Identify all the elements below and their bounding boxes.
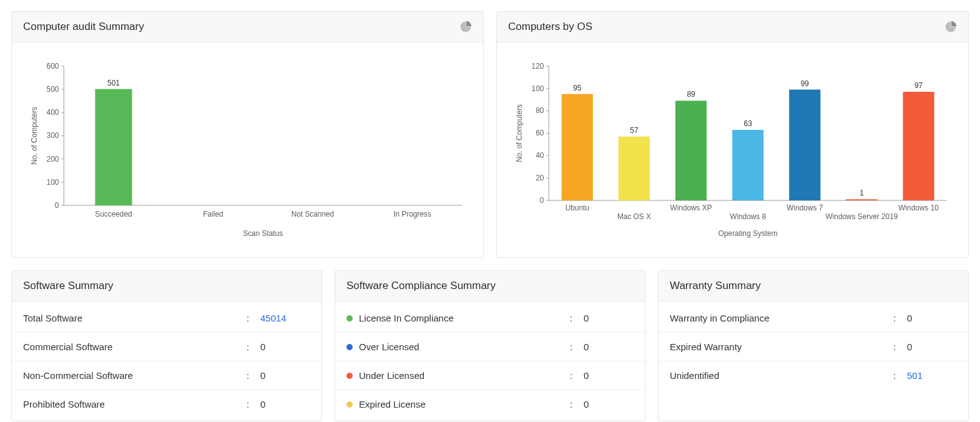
- summary-value: 0: [584, 313, 634, 323]
- summary-row: Non-Commercial Software:0: [12, 361, 321, 390]
- svg-text:300: 300: [47, 131, 59, 140]
- colon: :: [247, 370, 260, 381]
- colon: :: [570, 313, 584, 323]
- summary-label: Expired License: [346, 399, 570, 410]
- summary-row: Expired Warranty:0: [659, 333, 968, 361]
- summaries-row: Software Summary Total Software:45014Com…: [11, 270, 969, 421]
- summary-row: Expired License:0: [335, 390, 645, 418]
- summary-list: Warranty in Compliance:0Expired Warranty…: [659, 302, 968, 392]
- svg-rect-45: [619, 137, 650, 200]
- panel-title: Warranty Summary: [670, 280, 761, 292]
- summary-value: 0: [907, 313, 957, 323]
- svg-rect-60: [903, 92, 934, 200]
- svg-text:120: 120: [532, 62, 544, 71]
- svg-text:97: 97: [914, 81, 923, 90]
- colon: :: [893, 341, 907, 352]
- svg-text:200: 200: [47, 155, 59, 164]
- svg-text:89: 89: [687, 90, 695, 99]
- svg-text:99: 99: [801, 79, 810, 88]
- svg-text:Operating System: Operating System: [718, 229, 778, 238]
- svg-text:100: 100: [532, 84, 544, 93]
- panel-header: Computer audit Summary: [12, 12, 483, 42]
- svg-rect-18: [95, 89, 132, 205]
- panel-title: Computers by OS: [508, 21, 592, 33]
- status-dot-icon: [346, 344, 353, 350]
- svg-text:Not Scanned: Not Scanned: [292, 210, 334, 218]
- summary-list: License In Compliance:0Over Licensed:0Un…: [335, 302, 645, 421]
- colon: :: [570, 370, 584, 381]
- colon: :: [247, 341, 260, 352]
- summary-row: Commercial Software:0: [12, 333, 321, 361]
- svg-text:95: 95: [573, 84, 582, 92]
- svg-rect-54: [789, 89, 820, 200]
- svg-text:80: 80: [536, 106, 544, 115]
- svg-text:Succeeded: Succeeded: [95, 210, 132, 218]
- colon: :: [893, 370, 907, 381]
- audit-summary-panel: Computer audit Summary 01002003004005006…: [11, 11, 484, 258]
- pie-chart-icon[interactable]: [944, 21, 957, 33]
- summary-value: 0: [584, 370, 634, 381]
- summary-row: Warranty in Compliance:0: [659, 304, 968, 333]
- svg-text:Ubuntu: Ubuntu: [566, 204, 589, 212]
- svg-text:Windows 8: Windows 8: [730, 212, 766, 221]
- summary-row: License In Compliance:0: [335, 304, 645, 333]
- compliance-summary-panel: Software Compliance Summary License In C…: [335, 270, 645, 421]
- audit-bar-chart: 0100200300400500600No. of ComputersScan …: [26, 55, 469, 240]
- panel-title: Software Compliance Summary: [346, 280, 496, 292]
- colon: :: [247, 313, 260, 323]
- svg-text:100: 100: [47, 178, 59, 187]
- summary-row: Over Licensed:0: [335, 333, 645, 361]
- svg-text:0: 0: [55, 201, 59, 210]
- warranty-summary-panel: Warranty Summary Warranty in Compliance:…: [658, 270, 969, 421]
- summary-label: Over Licensed: [346, 341, 570, 352]
- panel-header: Warranty Summary: [659, 271, 968, 302]
- svg-rect-48: [675, 101, 707, 200]
- summary-label: Unidentified: [670, 370, 893, 381]
- svg-rect-42: [562, 94, 593, 200]
- summary-value: 0: [260, 341, 310, 352]
- summary-list: Total Software:45014Commercial Software:…: [12, 302, 321, 421]
- panel-header: Software Summary: [12, 271, 321, 302]
- summary-label: Warranty in Compliance: [670, 313, 893, 323]
- summary-label: Total Software: [23, 313, 247, 323]
- panel-header: Software Compliance Summary: [335, 271, 645, 302]
- summary-value: 0: [907, 341, 957, 352]
- svg-rect-51: [732, 130, 763, 200]
- colon: :: [570, 399, 584, 410]
- summary-value-link[interactable]: 45014: [260, 313, 310, 323]
- svg-text:500: 500: [47, 85, 59, 94]
- pie-chart-icon[interactable]: [459, 21, 472, 33]
- summary-label: Prohibited Software: [23, 399, 247, 410]
- svg-text:Mac OS X: Mac OS X: [617, 212, 651, 221]
- summary-value: 0: [260, 399, 310, 410]
- colon: :: [893, 313, 907, 323]
- summary-label: Under Licensed: [346, 370, 570, 381]
- svg-text:20: 20: [536, 174, 544, 182]
- panel-header: Computers by OS: [497, 12, 968, 42]
- svg-text:Windows XP: Windows XP: [670, 204, 712, 212]
- summary-label: Commercial Software: [23, 341, 247, 352]
- svg-text:57: 57: [630, 126, 638, 135]
- summary-value-link[interactable]: 501: [907, 370, 957, 381]
- os-summary-panel: Computers by OS 020406080100120No. of Co…: [496, 11, 969, 258]
- svg-text:Windows 7: Windows 7: [786, 204, 823, 212]
- software-summary-panel: Software Summary Total Software:45014Com…: [11, 270, 322, 421]
- summary-value: 0: [584, 399, 634, 410]
- os-bar-chart: 020406080100120No. of ComputersOperating…: [511, 55, 954, 240]
- summary-row: Under Licensed:0: [335, 361, 645, 390]
- svg-text:Windows 10: Windows 10: [898, 204, 939, 212]
- chart-body: 0100200300400500600No. of ComputersScan …: [12, 42, 483, 257]
- summary-row: Prohibited Software:0: [12, 390, 321, 418]
- svg-text:No. of Computers: No. of Computers: [515, 104, 524, 162]
- chart-body: 020406080100120No. of ComputersOperating…: [497, 42, 968, 257]
- svg-text:Windows Server 2019: Windows Server 2019: [826, 212, 898, 221]
- panel-title: Software Summary: [23, 280, 114, 292]
- summary-row: Unidentified:501: [659, 361, 968, 390]
- svg-text:Failed: Failed: [203, 210, 223, 218]
- svg-text:600: 600: [47, 62, 59, 71]
- colon: :: [570, 341, 584, 352]
- colon: :: [247, 399, 260, 410]
- svg-text:Scan Status: Scan Status: [243, 229, 283, 238]
- summary-row: Total Software:45014: [12, 304, 321, 333]
- summary-label: Expired Warranty: [670, 341, 893, 352]
